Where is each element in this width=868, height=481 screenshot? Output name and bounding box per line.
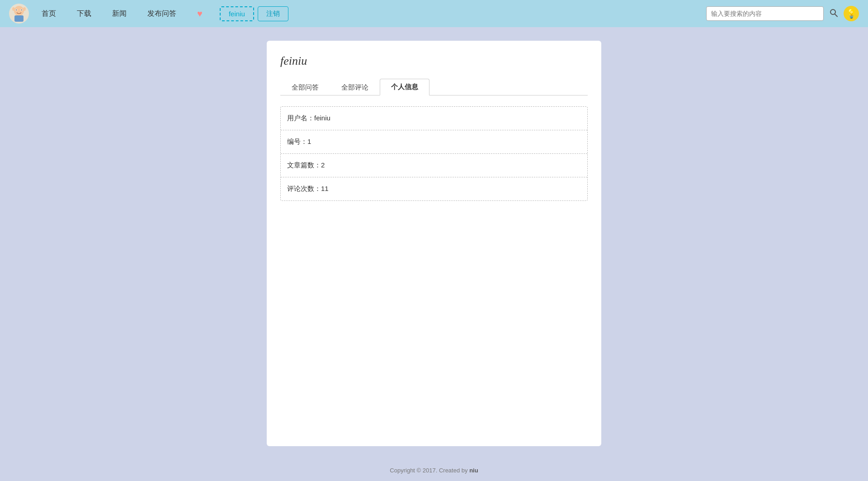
footer-text: Copyright © 2017. Created by <box>390 467 469 474</box>
svg-point-0 <box>14 6 24 16</box>
nav-auth-buttons: feiniu 注销 <box>220 6 288 21</box>
nav-download[interactable]: 下载 <box>73 7 95 20</box>
nav-post-qa[interactable]: 发布问答 <box>144 7 180 20</box>
nav-links: 首页 下载 新闻 发布问答 ♥ feiniu 注销 <box>38 6 697 21</box>
navbar: 首页 下载 新闻 发布问答 ♥ feiniu 注销 💡 <box>0 0 868 27</box>
profile-card: feiniu 全部问答 全部评论 个人信息 用户名：feiniu 编号：1 文章… <box>267 41 601 446</box>
info-table: 用户名：feiniu 编号：1 文章篇数：2 评论次数：11 <box>280 106 588 201</box>
info-row-comments: 评论次数：11 <box>281 177 587 200</box>
search-button[interactable] <box>827 7 840 20</box>
info-row-username: 用户名：feiniu <box>281 107 587 130</box>
main-content: feiniu 全部问答 全部评论 个人信息 用户名：feiniu 编号：1 文章… <box>0 27 868 460</box>
tab-all-qa[interactable]: 全部问答 <box>280 79 330 95</box>
svg-point-7 <box>23 7 26 11</box>
profile-username: feiniu <box>280 54 588 68</box>
bulb-icon[interactable]: 💡 <box>844 6 859 21</box>
svg-point-6 <box>12 7 15 11</box>
info-row-articles: 文章篇数：2 <box>281 154 587 177</box>
heart-icon[interactable]: ♥ <box>193 7 206 21</box>
nav-logout-button[interactable]: 注销 <box>258 6 288 21</box>
svg-rect-5 <box>14 15 24 22</box>
nav-news[interactable]: 新闻 <box>108 7 130 20</box>
svg-point-4 <box>21 10 22 10</box>
info-row-id: 编号：1 <box>281 130 587 154</box>
profile-tabs: 全部问答 全部评论 个人信息 <box>280 79 588 95</box>
footer-brand: niu <box>469 467 478 474</box>
tab-personal-info[interactable]: 个人信息 <box>380 79 429 95</box>
site-logo[interactable] <box>9 4 29 24</box>
search-area: 💡 <box>706 6 859 21</box>
svg-point-3 <box>16 10 17 10</box>
nav-home[interactable]: 首页 <box>38 7 60 20</box>
tab-all-comments[interactable]: 全部评论 <box>330 79 380 95</box>
svg-line-9 <box>835 14 838 17</box>
nav-feiniu-button[interactable]: feiniu <box>220 6 254 21</box>
search-input[interactable] <box>706 6 824 21</box>
footer: Copyright © 2017. Created by niu <box>0 460 868 481</box>
